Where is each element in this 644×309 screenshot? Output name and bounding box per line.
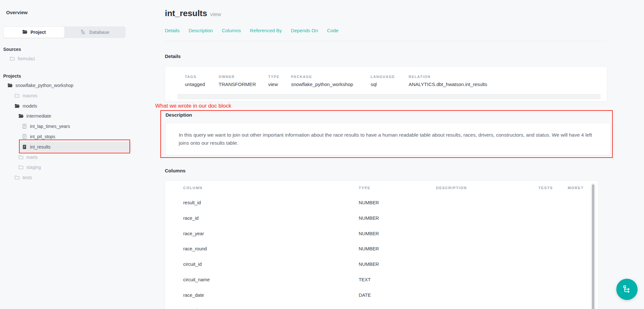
description-heading: Description bbox=[166, 112, 192, 118]
detail-field-label: RELATION bbox=[409, 75, 487, 79]
folder-open-icon bbox=[22, 29, 27, 35]
sidebar-item-staging[interactable]: staging bbox=[0, 162, 170, 172]
column-header-more: MORE? bbox=[568, 186, 584, 190]
folder-open-icon bbox=[7, 83, 13, 88]
sidebar-item-label: int_pit_stops bbox=[30, 134, 55, 139]
sidebar-item-label: snowflake_python_workshop bbox=[15, 83, 73, 88]
detail-field-value: ANALYTICS.dbt_hwatson.int_results bbox=[409, 82, 487, 87]
detail-field-label: TAGS bbox=[185, 75, 205, 79]
sidebar-item-label: int_results bbox=[30, 144, 51, 150]
sidebar-item-label: int_lap_times_years bbox=[30, 124, 70, 129]
column-name-cell: race_year bbox=[183, 231, 204, 236]
sidebar-item-label: marts bbox=[26, 155, 38, 160]
lineage-graph-button[interactable] bbox=[616, 279, 638, 300]
tab-columns[interactable]: Columns bbox=[222, 28, 241, 33]
column-name-cell: race_id bbox=[183, 216, 199, 221]
sidebar-item-models[interactable]: models bbox=[0, 101, 166, 111]
folder-closed-icon bbox=[14, 175, 20, 180]
column-name-cell: race_time bbox=[183, 308, 204, 309]
file-selected-icon bbox=[22, 144, 27, 150]
detail-field-type: TYPEview bbox=[268, 75, 279, 87]
details-heading: Details bbox=[165, 53, 181, 59]
folder-open-icon bbox=[14, 103, 20, 109]
folder-open-icon bbox=[18, 113, 24, 119]
column-header-column: COLUMN bbox=[183, 186, 203, 190]
model-name: int_results bbox=[165, 8, 207, 18]
columns-heading: Columns bbox=[165, 168, 185, 173]
column-type-cell: NUMBER bbox=[359, 231, 379, 236]
sidebar-item-snowflake_python_workshop[interactable]: snowflake_python_workshop bbox=[0, 80, 159, 91]
description-card: In this query we want to join out other … bbox=[166, 123, 611, 155]
page-title: int_resultsview bbox=[165, 8, 221, 18]
lineage-graph-icon bbox=[622, 284, 632, 295]
sidebar-item-intermediate[interactable]: intermediate bbox=[0, 111, 170, 121]
detail-field-value: untagged bbox=[185, 82, 205, 87]
tab-description[interactable]: Description bbox=[189, 28, 213, 33]
column-type-cell: TEXT bbox=[359, 277, 371, 282]
detail-field-label: OWNER bbox=[219, 75, 256, 79]
sidebar-item-int_results[interactable]: int_results bbox=[20, 142, 131, 152]
sidebar-item-macros[interactable]: macros bbox=[0, 91, 166, 101]
file-icon bbox=[22, 134, 27, 139]
description-paragraph: In this query we want to join out other … bbox=[179, 131, 599, 147]
source-item-formula1[interactable]: formula1 bbox=[0, 54, 151, 63]
column-type-cell: NUMBER bbox=[359, 246, 379, 251]
scrollbar-thumb[interactable] bbox=[592, 184, 594, 309]
column-type-cell: TIME bbox=[359, 308, 370, 309]
detail-field-owner: OWNERTRANSFORMER bbox=[219, 75, 256, 87]
detail-field-label: LANGUAGE bbox=[371, 75, 395, 79]
tabs-divider bbox=[165, 41, 607, 41]
details-card: TAGSuntaggedOWNERTRANSFORMERTYPEviewPACK… bbox=[165, 66, 607, 102]
sidebar-item-label: models bbox=[23, 103, 37, 109]
detail-field-value: view bbox=[268, 82, 279, 87]
section-tabs: DetailsDescriptionColumnsReferenced ByDe… bbox=[165, 28, 338, 33]
column-name-cell: result_id bbox=[183, 200, 201, 205]
projects-heading: Projects bbox=[3, 73, 21, 79]
detail-field-tags: TAGSuntagged bbox=[185, 75, 205, 87]
columns-card: COLUMNTYPEDESCRIPTIONTESTSMORE?result_id… bbox=[165, 180, 599, 309]
sidebar-item-marts[interactable]: marts bbox=[0, 152, 170, 162]
sidebar-item-tests[interactable]: tests bbox=[0, 172, 166, 183]
sidebar-item-int_lap_times_years[interactable]: int_lap_times_years bbox=[0, 121, 173, 131]
overview-link[interactable]: Overview bbox=[6, 10, 28, 15]
column-header-description: DESCRIPTION bbox=[436, 186, 467, 190]
materialization-badge: view bbox=[210, 11, 221, 17]
column-type-cell: NUMBER bbox=[359, 216, 379, 221]
detail-field-value: TRANSFORMER bbox=[219, 82, 256, 87]
detail-field-label: PACKAGE bbox=[291, 75, 353, 79]
column-name-cell: circuit_id bbox=[183, 262, 202, 267]
column-type-cell: NUMBER bbox=[359, 262, 379, 267]
column-header-type: TYPE bbox=[359, 186, 370, 190]
collapsed-code-strip[interactable] bbox=[177, 94, 601, 99]
sidebar-item-label: staging bbox=[26, 165, 41, 170]
sidebar-item-int_pit_stops[interactable]: int_pit_stops bbox=[0, 131, 173, 142]
project-tab[interactable]: Project bbox=[3, 26, 65, 38]
sidebar-item-label: intermediate bbox=[26, 113, 51, 119]
folder-closed-icon bbox=[14, 93, 20, 98]
file-icon bbox=[22, 124, 27, 129]
detail-field-relation: RELATIONANALYTICS.dbt_hwatson.int_result… bbox=[409, 75, 487, 87]
database-tab[interactable]: Database bbox=[65, 26, 126, 38]
column-header-tests: TESTS bbox=[538, 186, 553, 190]
column-name-cell: race_date bbox=[183, 293, 204, 298]
sidebar-item-label: macros bbox=[23, 93, 37, 98]
tab-code[interactable]: Code bbox=[327, 28, 339, 33]
column-type-cell: DATE bbox=[359, 293, 371, 298]
source-item-label: formula1 bbox=[18, 56, 35, 61]
folder-closed-icon bbox=[18, 155, 24, 160]
view-toggle: Project Database bbox=[3, 26, 126, 38]
tab-details[interactable]: Details bbox=[165, 28, 180, 33]
column-name-cell: race_round bbox=[183, 246, 207, 251]
folder-closed-icon bbox=[10, 56, 15, 61]
sidebar: Overview Project Database Sources formul… bbox=[0, 0, 151, 309]
database-tree-icon bbox=[81, 29, 86, 35]
annotation-text: What we wrote in our doc block bbox=[155, 103, 231, 109]
detail-field-value: snowflake_python_workshop bbox=[291, 82, 353, 87]
tab-depends-on[interactable]: Depends On bbox=[291, 28, 318, 33]
folder-closed-icon bbox=[18, 165, 24, 170]
tab-referenced-by[interactable]: Referenced By bbox=[250, 28, 282, 33]
detail-field-label: TYPE bbox=[268, 75, 279, 79]
detail-field-package: PACKAGEsnowflake_python_workshop bbox=[291, 75, 353, 87]
sidebar-item-label: tests bbox=[23, 175, 32, 180]
column-name-cell: circuit_name bbox=[183, 277, 210, 282]
